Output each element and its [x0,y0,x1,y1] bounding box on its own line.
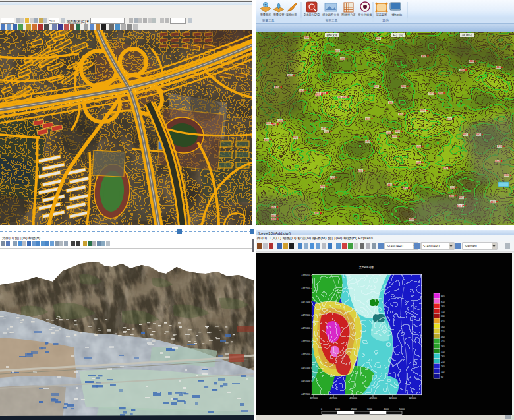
svg-text:5000: 5000 [399,408,405,411]
svg-text:350: 350 [342,95,347,98]
svg-text:420: 420 [340,57,345,61]
svg-text:2000: 2000 [351,408,357,411]
svg-text:文件(D) 窗口(W) 帮助(H): 文件(D) 窗口(W) 帮助(H) [2,236,40,241]
svg-text:4473500: 4473500 [301,393,310,396]
svg-text:110: 110 [441,371,445,373]
svg-text:390: 390 [299,89,304,92]
svg-text:60: 60 [441,376,443,378]
svg-text:老虎沟: 老虎沟 [462,34,473,37]
svg-text:360: 360 [460,68,465,71]
svg-text:4476000: 4476000 [301,327,310,330]
svg-text:560: 560 [441,326,445,328]
svg-text:370: 370 [358,169,362,173]
svg-text:440: 440 [457,204,461,208]
svg-text:4475000: 4475000 [301,353,310,356]
svg-text:420: 420 [366,117,370,121]
svg-text:350: 350 [422,55,426,58]
svg-text:400: 400 [495,159,500,162]
svg-text:860: 860 [441,295,445,298]
svg-text:810: 810 [441,301,445,303]
svg-text:380: 380 [459,196,463,199]
svg-text:4474500: 4474500 [301,367,310,369]
svg-text:400: 400 [392,135,397,138]
svg-text:400: 400 [476,133,480,136]
svg-text:360: 360 [389,101,393,104]
svg-text:4477000: 4477000 [301,301,310,303]
svg-text:310: 310 [441,351,445,353]
svg-text:地图配准(G)▼: 地图配准(G)▼ [67,20,90,24]
svg-text:380: 380 [293,136,297,139]
svg-text:某局部电站图: 某局部电站图 [359,266,374,269]
svg-text:400: 400 [278,119,283,123]
svg-text:0: 0 [321,408,322,411]
svg-text:400: 400 [386,131,391,135]
svg-text:380: 380 [316,92,320,96]
svg-text:360: 360 [376,36,380,40]
svg-text:350: 350 [325,130,329,133]
svg-text:4474000: 4474000 [301,380,310,382]
svg-text:360: 360 [429,92,434,95]
svg-text:510: 510 [441,330,445,333]
svg-text:660: 660 [441,315,445,318]
svg-text:440: 440 [365,140,370,143]
svg-text:图幅接合表: 图幅接合表 [341,13,356,17]
svg-text:350: 350 [401,84,406,88]
svg-text:390: 390 [304,36,309,39]
svg-text:260: 260 [441,355,445,358]
svg-text:400: 400 [288,74,293,77]
svg-text:420: 420 [420,109,425,112]
svg-text:360: 360 [271,214,276,218]
svg-text:360: 360 [441,345,445,348]
svg-text:410: 410 [469,59,474,63]
svg-text:380: 380 [264,138,269,142]
svg-text:410: 410 [496,65,501,69]
svg-text:400: 400 [403,187,408,190]
svg-text:?: ? [264,3,267,7]
svg-text:4478000: 4478000 [301,274,310,277]
svg-text:410: 410 [490,200,495,204]
svg-text:350: 350 [450,186,455,189]
svg-text:390: 390 [447,117,451,121]
svg-text:440: 440 [399,112,403,115]
svg-text:4475500: 4475500 [301,340,310,343]
svg-text:420: 420 [271,205,275,208]
svg-text:419500: 419500 [329,397,337,400]
svg-text:460: 460 [320,185,325,188]
svg-text:160: 160 [441,365,445,368]
svg-text:370: 370 [314,211,319,214]
svg-text:350: 350 [374,84,378,88]
svg-text:410: 410 [441,340,445,343]
svg-text:410: 410 [330,176,335,179]
svg-text:规则裁剪分带: 规则裁剪分带 [322,13,339,17]
svg-text:360: 360 [504,173,509,177]
svg-text:360: 360 [266,121,270,125]
svg-text:4477500: 4477500 [301,287,310,290]
svg-text:421500: 421500 [409,397,416,400]
svg-text:4476500: 4476500 [301,314,310,316]
svg-text:380: 380 [463,133,467,136]
svg-text:420: 420 [438,92,443,95]
svg-text:测量工具: 测量工具 [262,18,275,23]
svg-text:370: 370 [498,144,502,148]
svg-text:370: 370 [275,85,279,88]
svg-text:460: 460 [416,145,421,148]
svg-text:影像导入CAD: 影像导入CAD [304,13,320,16]
svg-text:400: 400 [449,195,454,198]
svg-text:419000: 419000 [310,397,318,400]
svg-text:610: 610 [441,320,445,323]
svg-text:210: 210 [441,361,445,363]
svg-text:390: 390 [443,166,447,169]
svg-text:清除结果: 清除结果 [285,13,297,17]
svg-text:实用工具: 实用工具 [326,18,338,23]
svg-text:测量面积: 测量面积 [260,13,271,17]
svg-text:420500: 420500 [369,397,377,400]
svg-text:460: 460 [416,161,421,164]
svg-text:420: 420 [409,218,414,221]
svg-text:石门村: 石门村 [393,33,405,38]
svg-text:1000: 1000 [335,408,340,411]
svg-text:420000: 420000 [349,397,357,400]
svg-text:440: 440 [387,183,392,187]
svg-text:460: 460 [441,336,445,338]
svg-text:4000: 4000 [384,408,389,411]
svg-text:390: 390 [335,49,339,53]
